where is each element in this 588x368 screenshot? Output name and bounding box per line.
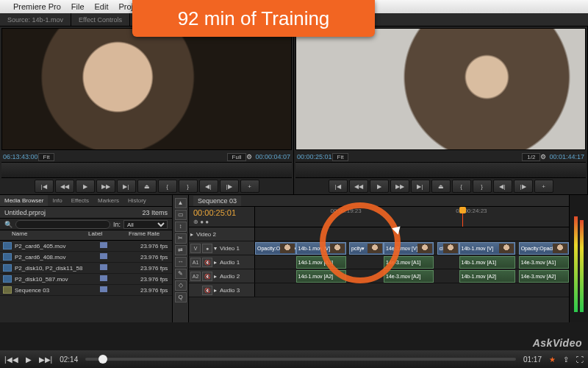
tab-markers[interactable]: Markers [93,195,123,206]
program-zoom[interactable]: Fit [332,153,349,161]
program-res[interactable]: 1/2 [522,153,540,161]
player-prev-button[interactable]: |◀◀ [4,355,18,364]
timeline-clip[interactable]: 14d-1.mov [A1] [296,256,346,269]
tab-effect-controls[interactable]: Effect Controls [71,13,130,26]
project-search-input[interactable] [15,220,110,229]
tab-info[interactable]: Info [48,195,66,206]
menu-project[interactable]: Proj [119,2,134,11]
share-icon[interactable]: ⇪ [563,355,569,364]
tool-6[interactable]: ✎ [175,269,187,279]
tool-8[interactable]: Q [175,292,187,302]
timeline-timecode[interactable]: 00:00:25:01 [193,208,254,217]
transport-button-8[interactable]: ◀| [199,180,218,193]
menu-file[interactable]: File [71,2,85,11]
timeline-clip[interactable]: 14e-3.mov [A1] [519,256,569,269]
transport-button-1[interactable]: ◀◀ [349,180,368,193]
transport-button-5[interactable]: ⏏ [137,180,157,193]
transport-button-6[interactable]: { [158,180,177,193]
mute-button[interactable]: 🔇 [202,258,212,267]
disclosure-icon[interactable]: ▸ [214,273,217,280]
playhead[interactable] [462,207,463,227]
project-item[interactable]: P2_disk10, P2_disk11_5823.976 fps [0,263,172,274]
col-name[interactable]: Name [0,230,88,240]
timeline-opts[interactable]: ⊕ ● ● [193,219,254,225]
transport-button-6[interactable]: { [452,180,471,193]
tool-4[interactable]: ⇄ [175,245,187,255]
timeline-ruler[interactable]: 00:00:19:23 00:00:24:23 [255,207,569,227]
col-label[interactable]: Label [88,230,129,240]
timeline-clip[interactable]: 14b-1.mov [V] [296,242,346,255]
project-item[interactable]: Sequence 0323.976 fps [0,285,172,296]
player-play-button[interactable]: ▶ [26,355,32,364]
source-res[interactable]: Full [227,153,247,161]
timeline-clip[interactable]: city▾ [437,242,459,255]
tab-media-browser[interactable]: Media Browser [0,195,48,206]
timeline-clip[interactable]: pcity▾ [349,242,384,255]
sequence-tab[interactable]: Sequence 03 [193,196,241,206]
settings-icon[interactable]: ⚙ [540,153,549,160]
filter-in-select[interactable]: All [123,220,168,229]
timeline-clip[interactable]: 14b-1.mov [A2] [459,270,516,283]
transport-button-10[interactable]: + [240,180,259,193]
tab-effects[interactable]: Effects [67,195,93,206]
track-target-a2[interactable]: A2 [190,272,201,281]
timeline-clip[interactable]: Opacity:Opacity▾ [519,242,569,255]
mute-button[interactable]: 🔇 [202,272,212,281]
timeline-clip[interactable]: 14d-1.mov [A2] [296,270,346,283]
project-item[interactable]: P2_disk10_587.mov23.976 fps [0,274,172,285]
transport-button-4[interactable]: ▶| [411,180,430,193]
tab-source[interactable]: Source: 14b-1.mov [0,13,71,26]
mute-button[interactable]: 🔇 [202,286,212,295]
track-target-v[interactable]: V [190,244,201,253]
menu-edit[interactable]: Edit [95,2,109,11]
transport-button-0[interactable]: |◀ [35,180,54,193]
timeline-clip[interactable]: 14b-1.mov [A1] [459,256,516,269]
transport-button-0[interactable]: |◀ [329,180,348,193]
timeline-clip[interactable]: Opacity:Opacity▾ [255,242,296,255]
tool-5[interactable]: ↔ [175,257,187,267]
source-video[interactable] [1,28,292,150]
transport-button-1[interactable]: ◀◀ [55,180,74,193]
transport-button-9[interactable]: |▶ [514,180,533,193]
timeline-clip[interactable]: 14e-3.mov [V] [384,242,434,255]
progress-knob[interactable] [98,355,107,364]
disclosure-icon[interactable]: ▸ [214,287,217,294]
timeline-clip[interactable]: 14e-3.mov [A2] [519,270,569,283]
transport-button-2[interactable]: ▶ [370,180,389,193]
star-icon[interactable]: ★ [549,355,556,364]
transport-button-3[interactable]: ▶▶ [96,180,115,193]
tool-1[interactable]: ▭ [175,210,187,220]
transport-button-9[interactable]: |▶ [220,180,239,193]
transport-button-3[interactable]: ▶▶ [390,180,409,193]
transport-button-4[interactable]: ▶| [117,180,136,193]
timeline-clip[interactable]: 14e-3.mov [A2] [384,270,434,283]
eye-icon[interactable]: ● [202,244,212,253]
tool-0[interactable]: ▲ [175,198,187,208]
transport-button-2[interactable]: ▶ [76,180,95,193]
tool-2[interactable]: ↕ [175,222,187,232]
col-framerate[interactable]: Frame Rate [129,230,172,240]
timeline-clip[interactable]: 14e-3.mov [A1] [384,256,434,269]
fullscreen-icon[interactable]: ⛶ [576,355,584,364]
timeline-clip[interactable]: 14b-1.mov [V] [459,242,516,255]
transport-button-5[interactable]: ⏏ [431,180,451,193]
transport-button-8[interactable]: ◀| [493,180,512,193]
transport-button-7[interactable]: } [179,180,198,193]
player-next-button[interactable]: ▶▶| [39,355,53,364]
tool-3[interactable]: ✂ [175,233,187,244]
tool-7[interactable]: ◇ [175,280,187,291]
transport-button-7[interactable]: } [473,180,492,193]
track-target-a1[interactable]: A1 [190,258,201,267]
transport-button-10[interactable]: + [534,180,553,193]
menu-app[interactable]: Premiere Pro [13,2,61,11]
disclosure-icon[interactable]: ▾ [214,245,217,252]
program-video[interactable] [295,28,586,150]
disclosure-icon[interactable]: ▸ [190,231,193,238]
project-item[interactable]: P2_card6_405.mov23.976 fps [0,241,172,252]
source-zoom[interactable]: Fit [38,153,55,161]
tab-history[interactable]: History [123,195,151,206]
settings-icon[interactable]: ⚙ [246,153,255,160]
player-progress[interactable] [85,358,516,361]
disclosure-icon[interactable]: ▸ [214,259,217,266]
project-item[interactable]: P2_card6_408.mov23.976 fps [0,252,172,263]
